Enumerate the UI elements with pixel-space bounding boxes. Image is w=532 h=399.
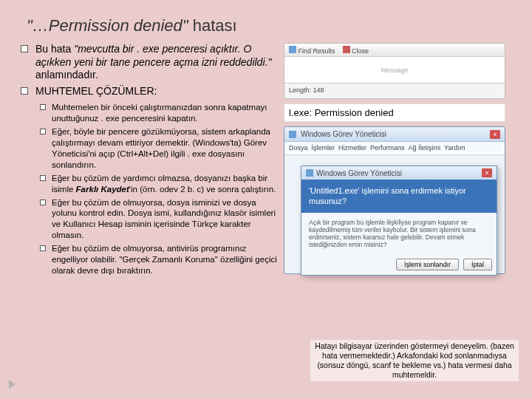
- bullet-icon: [40, 200, 46, 205]
- editor-toolbar: Find Results Close: [284, 44, 505, 57]
- confirm-body: Açık bir program bu işlemle ilişkiliyse …: [301, 213, 497, 255]
- length-label: Length: 148: [289, 86, 324, 94]
- taskmgr-icon: [306, 169, 313, 177]
- slide-marker-icon: [9, 380, 16, 389]
- end-process-button[interactable]: İşlemi sonlandır: [396, 259, 459, 270]
- solutions-list: Muhtemelen bir önceki çalıştırmanızdan s…: [40, 102, 279, 276]
- list-item: Eğer, böyle bir pencere gözükmüyorsa, si…: [40, 126, 279, 171]
- solution-text: Eğer bu çözüm de olmuyorsa, antivirüs pr…: [52, 243, 279, 276]
- solution-text: Eğer bu çözüm de olmuyorsa, dosya ismini…: [52, 197, 279, 242]
- confirm-question: 'Untitled1.exe' işlemini sona erdirmek i…: [301, 180, 497, 213]
- find-results-label: Find Results: [289, 46, 335, 55]
- search-icon: [289, 46, 296, 53]
- solution-text: Eğer, böyle bir pencere gözükmüyorsa, si…: [52, 126, 279, 171]
- menu-item[interactable]: Performans: [370, 144, 405, 154]
- screenshot-editor: Find Results Close Message Length: 148: [284, 43, 505, 99]
- footnote: Hatayı bilgisayar üzerinden göstermeyi d…: [310, 340, 519, 382]
- solution-text: Eğer bu çözüm de yardımcı olmazsa, dosya…: [52, 173, 279, 195]
- confirm-title: Windows Görev Yöneticisi: [316, 169, 402, 177]
- list-item: Eğer bu çözüm de olmuyorsa, antivirüs pr…: [40, 243, 279, 276]
- close-icon: [343, 46, 350, 53]
- bullet-icon: [40, 104, 46, 110]
- bullet-error-meaning: Bu hata "mevcutta bir . exe penceresi aç…: [21, 43, 279, 82]
- taskmgr-titlebar: Windows Görev Yöneticisi ×: [284, 127, 505, 142]
- menu-item[interactable]: Hizmetler: [338, 144, 366, 154]
- close-icon[interactable]: ×: [490, 130, 500, 139]
- cancel-button[interactable]: İptal: [463, 259, 492, 270]
- menu-item[interactable]: Yardım: [444, 144, 465, 154]
- outer1-tail: anlamındadır.: [35, 69, 98, 81]
- title-rest: hatası: [188, 16, 237, 35]
- editor-status: Length: 148: [284, 83, 505, 97]
- bullet-icon: [40, 245, 46, 251]
- right-column: Find Results Close Message Length: 148 l…: [284, 43, 505, 279]
- left-column: Bu hata "mevcutta bir . exe penceresi aç…: [21, 43, 279, 279]
- confirm-titlebar: Windows Görev Yöneticisi ×: [301, 166, 497, 180]
- list-item: Eğer bu çözüm de olmuyorsa, dosya ismini…: [40, 197, 279, 242]
- close-label: Close: [343, 46, 369, 55]
- solution-text: Muhtemelen bir önceki çalıştırmanızdan s…: [52, 102, 279, 124]
- list-item: Eğer bu çözüm de yardımcı olmazsa, dosya…: [40, 173, 279, 195]
- taskmgr-menubar: Dosya İşlemler Hizmetler Performans Ağ İ…: [284, 142, 505, 155]
- bullet-icon: [21, 45, 28, 52]
- slide-title: "…Permission denied" hatası: [27, 16, 511, 35]
- taskmgr-title: Windows Görev Yöneticisi: [301, 130, 386, 138]
- confirm-buttons: İşlemi sonlandır İptal: [301, 254, 497, 275]
- bullet-icon: [21, 87, 28, 95]
- title-quote: "…Permission denied": [27, 16, 188, 35]
- close-icon[interactable]: ×: [482, 168, 492, 177]
- bullet-icon: [40, 175, 46, 181]
- editor-body: Message: [284, 57, 505, 83]
- outer1-lead: Bu hata: [35, 43, 74, 55]
- taskmgr-icon: [289, 131, 296, 138]
- bullet-icon: [40, 129, 46, 134]
- menu-item[interactable]: Ağ İletişimi: [409, 144, 441, 154]
- screenshot-taskmgr: Windows Görev Yöneticisi × Dosya İşlemle…: [284, 126, 505, 274]
- outer2: MUHTEMEL ÇÖZÜMLER:: [35, 85, 279, 98]
- list-item: Muhtemelen bir önceki çalıştırmanızdan s…: [40, 102, 279, 124]
- bullet-solutions-header: MUHTEMEL ÇÖZÜMLER:: [21, 85, 279, 98]
- menu-item[interactable]: Dosya: [289, 144, 308, 154]
- permission-denied-line: l.exe: Permission denied: [284, 103, 505, 122]
- confirm-dialog: Windows Görev Yöneticisi × 'Untitled1.ex…: [301, 166, 497, 276]
- menu-item[interactable]: İşlemler: [312, 144, 335, 154]
